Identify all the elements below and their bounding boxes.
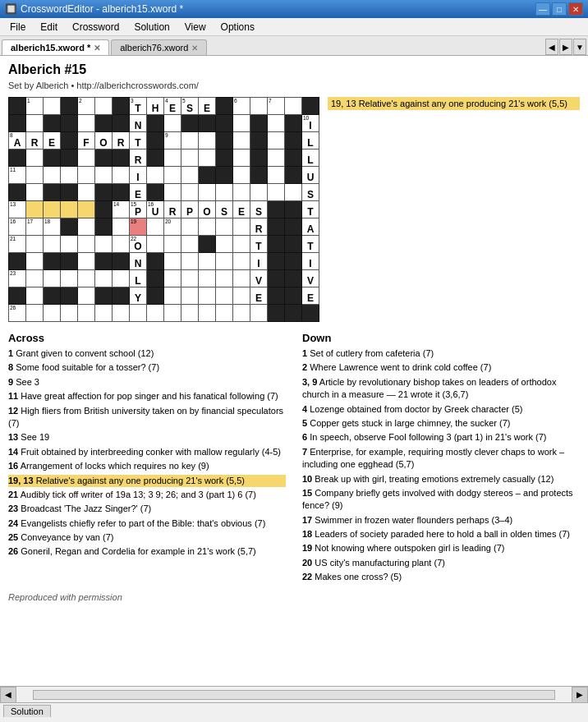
grid-cell[interactable] [61,253,78,270]
tab-alberich76[interactable]: alberich76.xword ✕ [111,39,207,55]
grid-cell[interactable]: 22O [130,236,147,253]
grid-cell[interactable] [44,305,61,322]
close-button[interactable]: ✕ [568,2,583,16]
clue-entry[interactable]: 14 Fruit obtained by interbreeding conke… [8,446,286,458]
grid-cell[interactable]: R [113,132,130,149]
grid-cell[interactable] [147,236,164,253]
grid-cell[interactable]: E [130,184,147,201]
grid-cell[interactable] [78,253,95,270]
menu-view[interactable]: View [178,20,213,34]
grid-cell[interactable] [268,167,285,184]
grid-cell[interactable] [302,305,319,322]
clue-entry[interactable]: 11 Have great affection for pop singer a… [8,390,286,402]
grid-cell[interactable] [78,236,95,253]
grid-cell[interactable] [44,236,61,253]
grid-cell[interactable] [268,253,285,270]
grid-cell[interactable] [113,184,130,201]
grid-cell[interactable] [78,149,95,167]
grid-cell[interactable]: 20 [164,218,181,236]
grid-cell[interactable] [181,287,199,305]
menu-options[interactable]: Options [214,20,261,34]
grid-cell[interactable] [78,305,95,322]
grid-cell[interactable]: F [78,132,95,149]
grid-cell[interactable] [113,253,130,270]
grid-cell[interactable]: I [130,167,147,184]
grid-cell[interactable] [44,167,61,184]
nav-prev[interactable]: ◀ [545,39,558,55]
grid-cell[interactable] [216,167,233,184]
grid-cell[interactable] [216,287,233,305]
grid-cell[interactable]: V [250,270,268,287]
grid-cell[interactable] [61,98,78,115]
grid-cell[interactable] [164,115,181,132]
menu-solution[interactable]: Solution [127,20,176,34]
grid-cell[interactable] [61,236,78,253]
grid-cell[interactable] [216,149,233,167]
grid-cell[interactable] [61,270,78,287]
grid-cell[interactable] [95,287,113,305]
grid-cell[interactable]: 9 [164,132,181,149]
grid-cell[interactable]: L [130,270,147,287]
grid-cell[interactable] [44,115,61,132]
grid-cell[interactable] [44,98,61,115]
grid-cell[interactable] [95,167,113,184]
grid-cell[interactable]: 15P [130,201,147,218]
grid-cell[interactable] [78,218,95,236]
grid-cell[interactable] [199,270,216,287]
grid-cell[interactable] [285,218,302,236]
grid-cell[interactable] [78,201,95,218]
clue-entry[interactable]: 19, 13 Relative's against any one produc… [8,475,286,487]
grid-cell[interactable] [268,132,285,149]
grid-cell[interactable] [9,98,26,115]
grid-cell[interactable] [199,167,216,184]
grid-cell[interactable] [9,184,26,201]
grid-cell[interactable] [164,253,181,270]
grid-cell[interactable] [61,167,78,184]
grid-cell[interactable] [95,305,113,322]
grid-cell[interactable]: 4E [164,98,181,115]
grid-cell[interactable] [268,201,285,218]
grid-cell[interactable]: 8A [9,132,26,149]
grid-cell[interactable]: 17 [26,218,44,236]
grid-cell[interactable] [44,201,61,218]
grid-cell[interactable] [268,149,285,167]
grid-cell[interactable] [233,218,250,236]
grid-cell[interactable] [26,270,44,287]
grid-cell[interactable] [216,253,233,270]
grid-cell[interactable] [285,184,302,201]
grid-cell[interactable] [233,270,250,287]
grid-cell[interactable] [233,115,250,132]
grid-cell[interactable] [26,149,44,167]
grid-cell[interactable] [199,132,216,149]
grid-cell[interactable] [285,132,302,149]
grid-cell[interactable]: 1 [26,98,44,115]
grid-cell[interactable] [285,287,302,305]
grid-cell[interactable] [44,287,61,305]
grid-cell[interactable] [181,167,199,184]
grid-cell[interactable] [216,115,233,132]
grid-cell[interactable]: 16U [147,201,164,218]
clue-entry[interactable]: 19 Not knowing where outspoken girl is l… [302,542,580,554]
grid-cell[interactable] [164,149,181,167]
grid-cell[interactable] [95,236,113,253]
clue-entry[interactable]: 5 Copper gets stuck in large chimney, th… [302,417,580,430]
nav-next[interactable]: ▶ [559,39,572,55]
grid-cell[interactable]: S [250,201,268,218]
clue-entry[interactable]: 7 Enterprise, for example, requiring mos… [302,446,580,471]
grid-cell[interactable]: R [164,201,181,218]
grid-cell[interactable] [181,236,199,253]
grid-cell[interactable] [216,305,233,322]
clue-entry[interactable]: 4 Lozenge obtained from doctor by Greek … [302,403,580,416]
tab-close-2[interactable]: ✕ [191,44,198,53]
grid-cell[interactable]: U [302,167,319,184]
grid-cell[interactable] [268,184,285,201]
grid-cell[interactable] [181,149,199,167]
grid-cell[interactable]: 14 [113,201,130,218]
grid-cell[interactable] [61,201,78,218]
grid-cell[interactable] [181,270,199,287]
grid-cell[interactable] [113,305,130,322]
grid-cell[interactable] [199,287,216,305]
menu-edit[interactable]: Edit [34,20,64,34]
grid-cell[interactable] [147,149,164,167]
grid-cell[interactable] [250,305,268,322]
